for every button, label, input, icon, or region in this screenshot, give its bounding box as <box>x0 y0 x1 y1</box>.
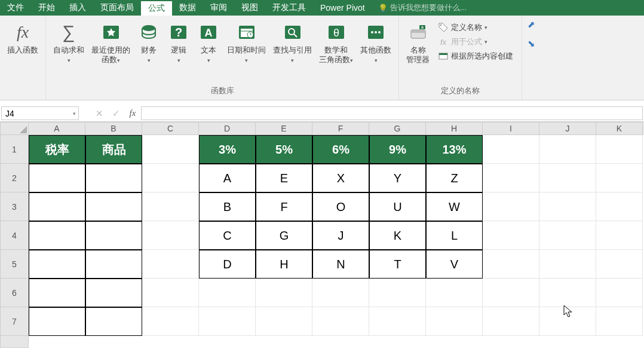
cell-G3[interactable]: U <box>369 192 426 221</box>
cell-I1[interactable] <box>483 135 539 164</box>
cell-D7[interactable] <box>199 307 256 336</box>
cell-G6[interactable] <box>369 279 426 307</box>
cell-C1[interactable] <box>142 135 199 164</box>
row-header-8[interactable] <box>0 336 29 348</box>
cell-J3[interactable] <box>539 192 596 221</box>
other-functions-button[interactable]: 其他函数▾ <box>357 18 395 83</box>
cell-D3[interactable]: B <box>199 192 256 221</box>
cell-F4[interactable]: J <box>312 221 369 250</box>
name-manager-button[interactable]: a 名称 管理器 <box>403 18 433 83</box>
cell-E4[interactable]: G <box>256 221 312 250</box>
mathtrig-button[interactable]: θ 数学和 三角函数▾ <box>315 18 357 83</box>
trace-dependents-icon[interactable]: ⬊ <box>528 38 535 49</box>
insert-function-button[interactable]: fx 插入函数 <box>4 18 42 85</box>
cell-J7[interactable] <box>539 307 596 336</box>
cell-H7[interactable] <box>426 307 483 336</box>
menu-data[interactable]: 数据 <box>172 0 203 16</box>
col-header-C[interactable]: C <box>142 122 199 135</box>
cell-B7[interactable] <box>85 307 142 336</box>
menu-devtools[interactable]: 开发工具 <box>265 0 313 16</box>
cell-G5[interactable]: T <box>369 250 426 279</box>
cell-E1[interactable]: 5% <box>256 135 312 164</box>
cell-C6[interactable] <box>142 279 199 307</box>
cell-I4[interactable] <box>483 221 539 250</box>
cell-F7[interactable] <box>312 307 369 336</box>
cell-F1[interactable]: 6% <box>312 135 369 164</box>
cell-G4[interactable]: K <box>369 221 426 250</box>
col-header-A[interactable]: A <box>29 122 85 135</box>
cell-A5[interactable] <box>29 250 85 279</box>
cell-F3[interactable]: O <box>312 192 369 221</box>
col-header-D[interactable]: D <box>199 122 256 135</box>
cell-A3[interactable] <box>29 192 85 221</box>
cell-A2[interactable] <box>29 164 85 192</box>
cell-K5[interactable] <box>596 250 643 279</box>
col-header-K[interactable]: K <box>596 122 643 135</box>
cell-J5[interactable] <box>539 250 596 279</box>
trace-precedents-icon[interactable]: ⬈ <box>528 19 535 30</box>
cell-G7[interactable] <box>369 307 426 336</box>
row-header-6[interactable]: 6 <box>0 279 29 307</box>
cell-H5[interactable]: V <box>426 250 483 279</box>
insert-function-fb-button[interactable]: fx <box>124 105 141 121</box>
cell-I6[interactable] <box>483 279 539 307</box>
menu-insert[interactable]: 插入 <box>62 0 93 16</box>
col-header-J[interactable]: J <box>539 122 596 135</box>
col-header-I[interactable]: I <box>483 122 539 135</box>
logical-button[interactable]: ? 逻辑▾ <box>164 18 194 83</box>
cell-H3[interactable]: W <box>426 192 483 221</box>
recent-functions-button[interactable]: 最近使用的 函数▾ <box>88 18 134 83</box>
cell-E6[interactable] <box>256 279 312 307</box>
financial-button[interactable]: 财务▾ <box>134 18 164 83</box>
cell-J4[interactable] <box>539 221 596 250</box>
row-header-4[interactable]: 4 <box>0 221 29 250</box>
cell-D6[interactable] <box>199 279 256 307</box>
cell-D1[interactable]: 3% <box>199 135 256 164</box>
cell-A6[interactable] <box>29 279 85 307</box>
cell-K3[interactable] <box>596 192 643 221</box>
define-name-button[interactable]: 定义名称 ▾ <box>436 20 516 35</box>
text-button[interactable]: A 文本▾ <box>194 18 223 83</box>
cell-I5[interactable] <box>483 250 539 279</box>
cell-E3[interactable]: F <box>256 192 312 221</box>
cell-B6[interactable] <box>85 279 142 307</box>
menu-formulas[interactable]: 公式 <box>141 0 172 16</box>
cell-J6[interactable] <box>539 279 596 307</box>
tell-me-search[interactable]: 💡 告诉我您想要做什么... <box>378 0 467 16</box>
cell-H2[interactable]: Z <box>426 164 483 192</box>
cell-F5[interactable]: N <box>312 250 369 279</box>
cells-area[interactable]: 税率 商品 3% 5% 6% 9% 13% A E X Y <box>29 135 644 348</box>
name-box[interactable]: J4 ▾ <box>1 106 79 120</box>
cell-C7[interactable] <box>142 307 199 336</box>
select-all-corner[interactable] <box>0 122 29 135</box>
col-header-G[interactable]: G <box>369 122 426 135</box>
col-header-B[interactable]: B <box>85 122 142 135</box>
col-header-F[interactable]: F <box>312 122 369 135</box>
row-header-2[interactable]: 2 <box>0 164 29 192</box>
row-header-5[interactable]: 5 <box>0 250 29 279</box>
use-in-formula-button[interactable]: fx 用于公式 ▾ <box>436 35 516 49</box>
cell-B1[interactable]: 商品 <box>85 135 142 164</box>
cell-E2[interactable]: E <box>256 164 312 192</box>
col-header-E[interactable]: E <box>256 122 312 135</box>
cell-K6[interactable] <box>596 279 643 307</box>
cancel-formula-button[interactable]: ✕ <box>91 105 108 121</box>
cell-D4[interactable]: C <box>199 221 256 250</box>
formula-input[interactable] <box>145 109 639 118</box>
cell-F6[interactable] <box>312 279 369 307</box>
cell-G2[interactable]: Y <box>369 164 426 192</box>
cell-C3[interactable] <box>142 192 199 221</box>
row-header-1[interactable]: 1 <box>0 135 29 164</box>
cell-C2[interactable] <box>142 164 199 192</box>
row-header-7[interactable]: 7 <box>0 307 29 336</box>
cell-K7[interactable] <box>596 307 643 336</box>
cell-H4[interactable]: L <box>426 221 483 250</box>
cell-A7[interactable] <box>29 307 85 336</box>
lookup-button[interactable]: 查找与引用▾ <box>269 18 315 83</box>
col-header-H[interactable]: H <box>426 122 483 135</box>
cell-D5[interactable]: D <box>199 250 256 279</box>
cell-H6[interactable] <box>426 279 483 307</box>
cell-E5[interactable]: H <box>256 250 312 279</box>
menu-pagelayout[interactable]: 页面布局 <box>93 0 141 16</box>
cell-I7[interactable] <box>483 307 539 336</box>
